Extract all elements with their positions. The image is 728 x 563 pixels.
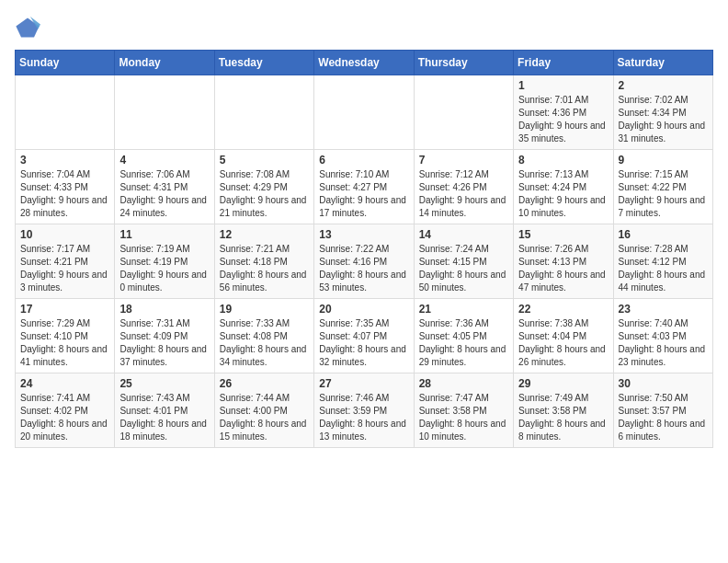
day-cell (16, 75, 115, 150)
logo-icon (15, 15, 40, 40)
day-number: 28 (419, 377, 508, 390)
day-cell: 30Sunrise: 7:50 AM Sunset: 3:57 PM Dayli… (613, 373, 712, 448)
day-info: Sunrise: 7:10 AM Sunset: 4:27 PM Dayligh… (319, 168, 408, 220)
header-day-saturday: Saturday (613, 51, 712, 75)
day-cell: 13Sunrise: 7:22 AM Sunset: 4:16 PM Dayli… (314, 224, 414, 299)
day-cell: 25Sunrise: 7:43 AM Sunset: 4:01 PM Dayli… (115, 373, 214, 448)
week-row-2: 3Sunrise: 7:04 AM Sunset: 4:33 PM Daylig… (16, 150, 713, 224)
day-number: 26 (220, 377, 309, 390)
day-number: 29 (518, 377, 608, 390)
day-cell: 19Sunrise: 7:33 AM Sunset: 4:08 PM Dayli… (214, 299, 313, 373)
day-cell: 28Sunrise: 7:47 AM Sunset: 3:58 PM Dayli… (414, 373, 513, 448)
day-cell: 23Sunrise: 7:40 AM Sunset: 4:03 PM Dayli… (613, 299, 712, 373)
day-cell: 12Sunrise: 7:21 AM Sunset: 4:18 PM Dayli… (214, 224, 313, 299)
day-number: 24 (20, 377, 109, 390)
day-info: Sunrise: 7:29 AM Sunset: 4:10 PM Dayligh… (20, 317, 109, 369)
calendar-table: SundayMondayTuesdayWednesdayThursdayFrid… (15, 50, 713, 448)
day-number: 9 (619, 154, 708, 167)
day-info: Sunrise: 7:06 AM Sunset: 4:31 PM Dayligh… (119, 168, 209, 220)
day-info: Sunrise: 7:38 AM Sunset: 4:04 PM Dayligh… (518, 317, 608, 369)
day-info: Sunrise: 7:31 AM Sunset: 4:09 PM Dayligh… (119, 317, 209, 369)
day-number: 7 (419, 154, 508, 167)
day-number: 2 (619, 79, 708, 92)
day-number: 12 (220, 228, 309, 241)
day-cell: 24Sunrise: 7:41 AM Sunset: 4:02 PM Dayli… (16, 373, 115, 448)
day-info: Sunrise: 7:49 AM Sunset: 3:58 PM Dayligh… (518, 392, 608, 443)
day-info: Sunrise: 7:35 AM Sunset: 4:07 PM Dayligh… (319, 317, 408, 369)
day-cell: 6Sunrise: 7:10 AM Sunset: 4:27 PM Daylig… (314, 150, 414, 224)
day-cell: 15Sunrise: 7:26 AM Sunset: 4:13 PM Dayli… (514, 224, 613, 299)
day-cell: 1Sunrise: 7:01 AM Sunset: 4:36 PM Daylig… (514, 75, 613, 150)
day-number: 27 (319, 377, 408, 390)
day-info: Sunrise: 7:01 AM Sunset: 4:36 PM Dayligh… (518, 94, 608, 145)
day-number: 10 (20, 228, 109, 241)
calendar-header-row: SundayMondayTuesdayWednesdayThursdayFrid… (16, 51, 713, 75)
day-cell: 26Sunrise: 7:44 AM Sunset: 4:00 PM Dayli… (214, 373, 313, 448)
day-cell: 2Sunrise: 7:02 AM Sunset: 4:34 PM Daylig… (613, 75, 712, 150)
day-cell: 22Sunrise: 7:38 AM Sunset: 4:04 PM Dayli… (514, 299, 613, 373)
day-number: 4 (119, 154, 209, 167)
day-cell: 20Sunrise: 7:35 AM Sunset: 4:07 PM Dayli… (314, 299, 414, 373)
day-info: Sunrise: 7:15 AM Sunset: 4:22 PM Dayligh… (619, 168, 708, 220)
day-number: 22 (518, 303, 608, 316)
day-info: Sunrise: 7:36 AM Sunset: 4:05 PM Dayligh… (419, 317, 508, 369)
day-info: Sunrise: 7:13 AM Sunset: 4:24 PM Dayligh… (518, 168, 608, 220)
day-info: Sunrise: 7:43 AM Sunset: 4:01 PM Dayligh… (119, 392, 209, 443)
day-number: 30 (619, 377, 708, 390)
week-row-3: 10Sunrise: 7:17 AM Sunset: 4:21 PM Dayli… (16, 224, 713, 299)
logo (15, 15, 44, 40)
header-day-sunday: Sunday (16, 51, 115, 75)
day-info: Sunrise: 7:44 AM Sunset: 4:00 PM Dayligh… (220, 392, 309, 443)
day-info: Sunrise: 7:24 AM Sunset: 4:15 PM Dayligh… (419, 243, 508, 294)
header (15, 15, 713, 40)
day-cell: 7Sunrise: 7:12 AM Sunset: 4:26 PM Daylig… (414, 150, 513, 224)
day-info: Sunrise: 7:12 AM Sunset: 4:26 PM Dayligh… (419, 168, 508, 220)
day-number: 21 (419, 303, 508, 316)
day-cell: 8Sunrise: 7:13 AM Sunset: 4:24 PM Daylig… (514, 150, 613, 224)
day-number: 20 (319, 303, 408, 316)
header-day-wednesday: Wednesday (314, 51, 414, 75)
day-info: Sunrise: 7:33 AM Sunset: 4:08 PM Dayligh… (220, 317, 309, 369)
day-number: 18 (119, 303, 209, 316)
week-row-1: 1Sunrise: 7:01 AM Sunset: 4:36 PM Daylig… (16, 75, 713, 150)
day-cell: 4Sunrise: 7:06 AM Sunset: 4:31 PM Daylig… (115, 150, 214, 224)
day-info: Sunrise: 7:21 AM Sunset: 4:18 PM Dayligh… (220, 243, 309, 294)
day-number: 14 (419, 228, 508, 241)
day-number: 8 (518, 154, 608, 167)
day-info: Sunrise: 7:04 AM Sunset: 4:33 PM Dayligh… (20, 168, 109, 220)
day-cell (115, 75, 214, 150)
day-info: Sunrise: 7:08 AM Sunset: 4:29 PM Dayligh… (220, 168, 309, 220)
day-cell: 17Sunrise: 7:29 AM Sunset: 4:10 PM Dayli… (16, 299, 115, 373)
header-day-friday: Friday (514, 51, 613, 75)
day-cell: 21Sunrise: 7:36 AM Sunset: 4:05 PM Dayli… (414, 299, 513, 373)
day-number: 15 (518, 228, 608, 241)
day-number: 19 (220, 303, 309, 316)
day-cell: 14Sunrise: 7:24 AM Sunset: 4:15 PM Dayli… (414, 224, 513, 299)
day-cell (214, 75, 313, 150)
day-cell: 18Sunrise: 7:31 AM Sunset: 4:09 PM Dayli… (115, 299, 214, 373)
day-cell (414, 75, 513, 150)
day-number: 11 (119, 228, 209, 241)
day-info: Sunrise: 7:22 AM Sunset: 4:16 PM Dayligh… (319, 243, 408, 294)
day-cell: 27Sunrise: 7:46 AM Sunset: 3:59 PM Dayli… (314, 373, 414, 448)
day-cell: 29Sunrise: 7:49 AM Sunset: 3:58 PM Dayli… (514, 373, 613, 448)
header-day-tuesday: Tuesday (214, 51, 313, 75)
day-cell: 10Sunrise: 7:17 AM Sunset: 4:21 PM Dayli… (16, 224, 115, 299)
day-number: 6 (319, 154, 408, 167)
day-info: Sunrise: 7:50 AM Sunset: 3:57 PM Dayligh… (619, 392, 708, 443)
week-row-5: 24Sunrise: 7:41 AM Sunset: 4:02 PM Dayli… (16, 373, 713, 448)
day-info: Sunrise: 7:40 AM Sunset: 4:03 PM Dayligh… (619, 317, 708, 369)
day-cell: 3Sunrise: 7:04 AM Sunset: 4:33 PM Daylig… (16, 150, 115, 224)
day-cell (314, 75, 414, 150)
day-info: Sunrise: 7:41 AM Sunset: 4:02 PM Dayligh… (20, 392, 109, 443)
day-number: 16 (619, 228, 708, 241)
day-info: Sunrise: 7:19 AM Sunset: 4:19 PM Dayligh… (119, 243, 209, 294)
day-cell: 5Sunrise: 7:08 AM Sunset: 4:29 PM Daylig… (214, 150, 313, 224)
week-row-4: 17Sunrise: 7:29 AM Sunset: 4:10 PM Dayli… (16, 299, 713, 373)
day-number: 23 (619, 303, 708, 316)
day-number: 25 (119, 377, 209, 390)
day-number: 5 (220, 154, 309, 167)
day-info: Sunrise: 7:02 AM Sunset: 4:34 PM Dayligh… (619, 94, 708, 145)
day-number: 13 (319, 228, 408, 241)
day-number: 1 (518, 79, 608, 92)
